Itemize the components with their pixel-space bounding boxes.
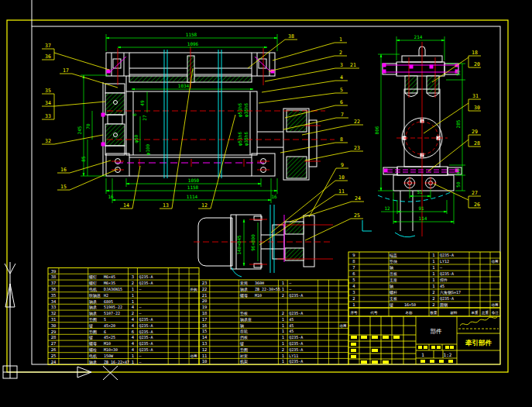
part-number: 14 [202, 335, 208, 340]
callout-number: 1 [339, 36, 342, 43]
callout-number: 17 [63, 67, 69, 74]
part-name: 垫圈 [89, 317, 97, 322]
part-qty: 1 [432, 265, 434, 270]
front-dim-label: 1050 [188, 178, 200, 183]
front-dim-label: 140×845 [236, 235, 242, 255]
part-name: 螺母 [89, 341, 97, 346]
part-material: Q235-A [139, 329, 153, 334]
part-name: 轴承 [89, 305, 97, 310]
part-number: 36 [51, 287, 57, 291]
part-name: 垫圈 [240, 347, 248, 352]
side-dim-label: 285 [455, 119, 461, 128]
part-name: 螺母 [240, 293, 248, 298]
side-dim-label: 91 [418, 205, 424, 211]
sheet-number: 1 [421, 352, 424, 357]
drawing-title: 牵引部件 [465, 339, 493, 347]
part-number: 8 [352, 259, 355, 264]
part-name: 齿轮 [240, 329, 248, 334]
part-qty: 1 [432, 278, 434, 282]
callout-number: 14 [123, 202, 129, 209]
part-material: Q235-A [440, 253, 454, 257]
parts-table-header: 序号 [351, 311, 359, 315]
front-dim-label: φ35h6 [243, 103, 249, 117]
callout-number: 15 [60, 184, 67, 190]
part-number: 22 [202, 287, 208, 291]
part-name: 联轴器 [89, 293, 101, 298]
callout-number: 6 [340, 99, 343, 105]
part-qty: 1 [132, 354, 134, 358]
side-dim-label: 806 [374, 126, 379, 134]
part-material: 45 [289, 317, 293, 322]
side-dim-label: 40 [455, 168, 461, 174]
part-label: 部件 [431, 328, 443, 335]
part-qty: 2 [282, 347, 284, 352]
part-number: 26 [51, 347, 57, 352]
part-qty: 2 [432, 302, 434, 307]
callout-number: 4 [340, 74, 343, 81]
front-dim-label: φ51h6 [237, 103, 243, 117]
callout-number: 20 [474, 61, 480, 67]
part-number: 24 [51, 360, 57, 364]
callout-number: 8 [340, 136, 343, 143]
part-number: 20 [202, 298, 208, 303]
part-remark: 外购 [190, 287, 198, 292]
parts-table-header: 总重 [481, 310, 489, 315]
part-number: 19 [202, 305, 208, 309]
part-qty: 1 [432, 259, 434, 264]
part-number: 29 [51, 329, 57, 334]
front-dim-label: 16 [108, 194, 114, 199]
part-remark: 借用 [492, 260, 499, 264]
part-spec: 150W [104, 354, 114, 358]
part-name: 轴承座 [240, 317, 252, 322]
part-spec: H2 [104, 293, 108, 298]
side-dim-label: 114 [419, 216, 427, 221]
part-spec: 16×50 [404, 302, 416, 307]
part-material: 45 [289, 323, 293, 328]
part-material: Q235-A [139, 274, 153, 279]
callout-number: 9 [341, 162, 344, 168]
callout-number: 2 [339, 50, 342, 56]
part-number: 25 [51, 354, 57, 358]
parts-table-header: 名称 [406, 311, 414, 315]
part-number: 1 [352, 302, 355, 307]
callout-number: 26 [474, 202, 480, 208]
callout-number: 31 [472, 93, 479, 99]
part-name: 轴承 [240, 287, 248, 292]
part-material: Q235-A [289, 359, 303, 364]
part-number: 35 [51, 293, 57, 298]
part-name: 电机 [89, 287, 97, 291]
part-qty: 1 [432, 271, 434, 276]
parts-table-header: 代号 [370, 311, 379, 315]
callout-number: 37 [45, 43, 51, 49]
part-name: 端盖 [390, 253, 397, 257]
callout-number: 11 [338, 188, 345, 195]
part-qty: 2 [282, 293, 284, 298]
part-material: Q235-A [440, 296, 454, 301]
part-name: 垫板 [240, 311, 248, 316]
part-qty: 1 [282, 335, 284, 340]
part-qty: 1 [282, 329, 284, 333]
part-number: 23 [202, 281, 208, 285]
parts-table-header: 备注 [492, 311, 499, 315]
part-material: Q235-A [139, 335, 153, 340]
part-qty: 2 [282, 311, 284, 316]
part-material: 45 [440, 284, 444, 288]
callout-number: 30 [474, 105, 480, 111]
part-qty: 1 [282, 317, 284, 322]
part-material: Q235-A [289, 341, 303, 346]
part-number: 16 [202, 323, 208, 328]
part-number: 18 [202, 311, 208, 316]
part-number: 12 [202, 347, 208, 352]
front-dim-label: φ100 [145, 143, 151, 155]
part-name: 轴 [390, 265, 393, 271]
part-material: Q235-A [289, 311, 303, 316]
callout-number: 22 [354, 119, 360, 125]
part-name: 轴承 [89, 299, 97, 305]
callout-number: 29 [472, 129, 478, 135]
part-number: 7 [352, 265, 355, 270]
part-name: 衬套 [240, 354, 248, 359]
part-qty: 2 [132, 311, 134, 316]
part-qty: 1 [282, 281, 284, 285]
part-remark: 借用 [190, 354, 197, 358]
part-number: 2 [352, 296, 355, 301]
